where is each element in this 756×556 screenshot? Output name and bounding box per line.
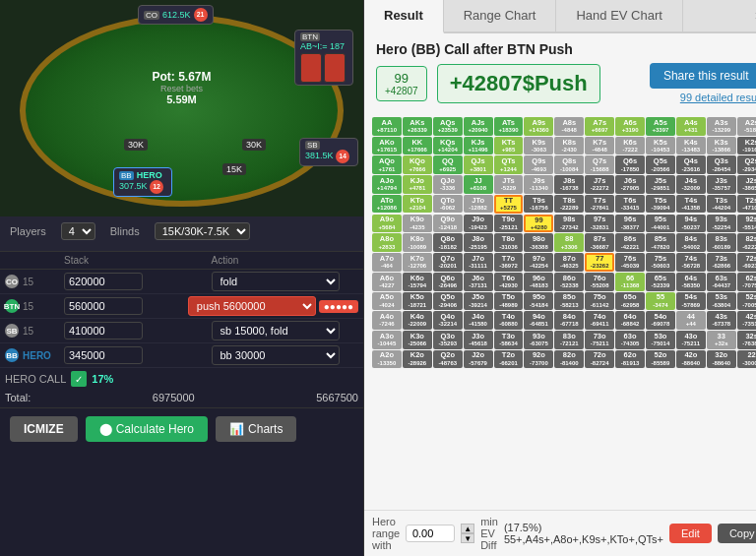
- hand-cell-J3s[interactable]: J3s-35757: [707, 175, 736, 194]
- hand-cell-75o[interactable]: 75o-61142: [585, 292, 614, 311]
- hand-cell-AQs[interactable]: AQs+23539: [433, 117, 463, 136]
- ev-diff-input[interactable]: [406, 525, 455, 542]
- hand-cell-97o[interactable]: 97o-42254: [524, 253, 553, 272]
- hand-cell-95s[interactable]: 95s-44001: [646, 215, 675, 233]
- co-stack-input[interactable]: [64, 273, 143, 290]
- hand-cell-32o[interactable]: 32o-88640: [707, 350, 736, 369]
- hand-cell-A4s[interactable]: A4s+431: [676, 117, 706, 136]
- hand-cell-83o[interactable]: 83o-72121: [554, 331, 584, 349]
- hand-cell-82s[interactable]: 82s-62222: [737, 233, 756, 252]
- hand-cell-44[interactable]: 44+44: [676, 311, 706, 330]
- sb-stack-input[interactable]: [64, 322, 143, 340]
- hand-cell-J7o[interactable]: J7o-31111: [464, 253, 493, 272]
- hand-cell-Q3o[interactable]: Q3o-35293: [433, 331, 463, 349]
- hand-cell-KTo[interactable]: KTo+2104: [403, 195, 432, 214]
- hand-cell-92s[interactable]: 92s-55141: [737, 215, 756, 233]
- hand-cell-65o[interactable]: 65o-62958: [615, 292, 645, 311]
- hand-cell-A5o[interactable]: A5o-4024: [372, 292, 402, 311]
- hand-cell-76s[interactable]: 76s-45039: [615, 253, 645, 272]
- share-result-button[interactable]: Share this result: [650, 63, 756, 89]
- hand-cell-Q6o[interactable]: Q6o-26496: [433, 273, 463, 291]
- hand-cell-T7s[interactable]: T7s-27841: [585, 195, 614, 214]
- hand-cell-65s[interactable]: 65s-52339: [646, 273, 675, 291]
- hand-cell-ATs[interactable]: ATs+18390: [494, 117, 524, 136]
- hand-cell-76o[interactable]: 76o-55208: [585, 273, 614, 291]
- hand-cell-JJ[interactable]: JJ+6108: [464, 175, 493, 194]
- hand-cell-KQs[interactable]: KQs+14204: [433, 137, 463, 155]
- hand-cell-32s[interactable]: 32s-76385: [737, 331, 756, 349]
- hand-cell-T9o[interactable]: T9o-25121: [494, 215, 524, 233]
- hand-cell-66[interactable]: 66-11368: [615, 273, 645, 291]
- hand-cell-52s[interactable]: 52s-70051: [737, 292, 756, 311]
- hand-cell-93s[interactable]: 93s-52254: [707, 215, 736, 233]
- hand-cell-ATo[interactable]: ATo+12086: [372, 195, 402, 214]
- hand-cell-85o[interactable]: 85o-58213: [554, 292, 584, 311]
- hand-cell-53s[interactable]: 53s-63804: [707, 292, 736, 311]
- hand-cell-Q9s[interactable]: Q9s-4693: [524, 155, 553, 174]
- hand-cell-A4o[interactable]: A4o-7246: [372, 311, 402, 330]
- hand-cell-Q7o[interactable]: Q7o-20201: [433, 253, 463, 272]
- hand-cell-AA[interactable]: AA+87110: [372, 117, 402, 136]
- hero-action-select[interactable]: bb 30000: [212, 345, 340, 365]
- hand-cell-33[interactable]: 33+32s: [707, 331, 736, 349]
- hand-cell-T6o[interactable]: T6o-42930: [494, 273, 524, 291]
- hand-cell-KTs[interactable]: KTs+985: [494, 137, 524, 155]
- hand-cell-83s[interactable]: 83s-60189: [707, 233, 736, 252]
- hand-cell-Q8o[interactable]: Q8o-18182: [433, 233, 463, 252]
- hand-cell-73o[interactable]: 73o-75211: [585, 331, 614, 349]
- hand-cell-A7o[interactable]: A7o-464: [372, 253, 402, 272]
- hand-cell-75s[interactable]: 75s-50603: [646, 253, 675, 272]
- hand-cell-AKo[interactable]: AKo+17615: [372, 137, 402, 155]
- hand-cell-Q4s[interactable]: Q4s-23616: [676, 155, 706, 174]
- hand-cell-QTs[interactable]: QTs+1244: [494, 155, 524, 174]
- hand-cell-K3s[interactable]: K3s-13866: [707, 137, 736, 155]
- hand-cell-Q9o[interactable]: Q9o-12418: [433, 215, 463, 233]
- hand-cell-87o[interactable]: 87o-46325: [554, 253, 584, 272]
- call-check[interactable]: ✓: [71, 371, 87, 387]
- hand-cell-54o[interactable]: 54o-69078: [646, 311, 675, 330]
- hand-cell-T7o[interactable]: T7o-36972: [494, 253, 524, 272]
- hand-cell-A8o[interactable]: A8o+2833: [372, 233, 402, 252]
- hand-cell-94s[interactable]: 94s-50237: [676, 215, 706, 233]
- hand-cell-AJo[interactable]: AJo+14794: [372, 175, 402, 194]
- hand-cell-K3o[interactable]: K3o-25066: [403, 331, 432, 349]
- hand-cell-TT[interactable]: TT+5275: [494, 195, 524, 214]
- hand-cell-63o[interactable]: 63o-74305: [615, 331, 645, 349]
- hand-cell-K7o[interactable]: K7o-12706: [403, 253, 432, 272]
- hand-cell-T8o[interactable]: T8o-31036: [494, 233, 524, 252]
- hand-cell-J9s[interactable]: J9s-11340: [524, 175, 553, 194]
- hand-cell-T8s[interactable]: T8s-22289: [554, 195, 584, 214]
- hand-cell-74s[interactable]: 74s-56728: [676, 253, 706, 272]
- hand-cell-82o[interactable]: 82o-81400: [554, 350, 584, 369]
- hand-cell-T3o[interactable]: T3o-58634: [494, 331, 524, 349]
- hand-cell-53o[interactable]: 53o-75014: [646, 331, 675, 349]
- hand-cell-A9s[interactable]: A9s+14360: [524, 117, 553, 136]
- hand-cell-A8s[interactable]: A8s-4848: [554, 117, 584, 136]
- hand-cell-88[interactable]: 88+3306: [554, 233, 584, 252]
- hand-cell-96s[interactable]: 96s-38377: [615, 215, 645, 233]
- hand-cell-T6s[interactable]: T6s-33415: [615, 195, 645, 214]
- hand-cell-Q4o[interactable]: Q4o-32214: [433, 311, 463, 330]
- hand-cell-K8o[interactable]: K8o-10089: [403, 233, 432, 252]
- hand-cell-92o[interactable]: 92o-73700: [524, 350, 553, 369]
- hand-cell-J2o[interactable]: J2o-57679: [464, 350, 493, 369]
- hand-cell-A6s[interactable]: A6s+3190: [615, 117, 645, 136]
- hand-cell-KQo[interactable]: KQo+7666: [403, 155, 432, 174]
- detailed-result-link[interactable]: 99 detailed result: [680, 92, 756, 103]
- hand-cell-J6s[interactable]: J6s-27905: [615, 175, 645, 194]
- hand-cell-22[interactable]: 22-30006: [737, 350, 756, 369]
- hand-cell-Q3s[interactable]: Q3s-26454: [707, 155, 736, 174]
- hand-cell-A3o[interactable]: A3o-10445: [372, 331, 402, 349]
- hand-cell-A5s[interactable]: A5s+3397: [646, 117, 675, 136]
- calculate-hero-button[interactable]: ⬤ Calculate Hero: [86, 416, 208, 442]
- hand-cell-Q5s[interactable]: Q5s-20566: [646, 155, 675, 174]
- hand-cell-QQ[interactable]: QQ+6925: [433, 155, 463, 174]
- btn-action-select[interactable]: push 5600000: [188, 296, 316, 316]
- close-button[interactable]: ×: [742, 0, 756, 31]
- hand-cell-J8o[interactable]: J8o-25195: [464, 233, 493, 252]
- hand-cell-96o[interactable]: 96o-48183: [524, 273, 553, 291]
- hand-cell-KJo[interactable]: KJo+4781: [403, 175, 432, 194]
- edit-button[interactable]: Edit: [669, 524, 712, 543]
- hand-cell-JTo[interactable]: JTo-12882: [464, 195, 493, 214]
- hand-cell-T4o[interactable]: T4o-60880: [494, 311, 524, 330]
